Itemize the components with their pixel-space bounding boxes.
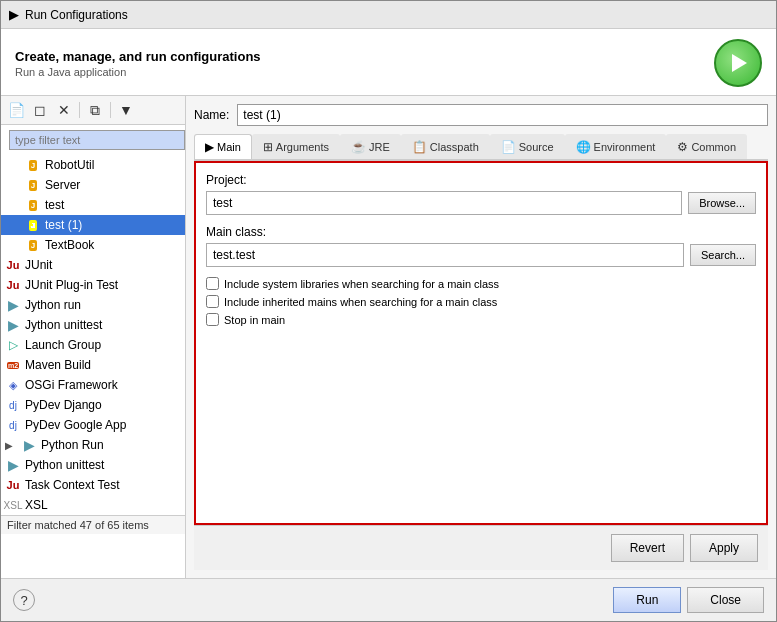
tab-classpath[interactable]: 📋 Classpath	[401, 134, 490, 159]
python-icon: ▶	[21, 437, 37, 453]
tree-item-jython-run[interactable]: ▶ Jython run	[1, 295, 185, 315]
tab-arguments-label: Arguments	[276, 141, 329, 153]
tree-item-server[interactable]: J Server	[1, 175, 185, 195]
tree-item-test1[interactable]: J test (1)	[1, 215, 185, 235]
osgi-icon: ◈	[5, 377, 21, 393]
checkbox-system-libs-input[interactable]	[206, 277, 219, 290]
task-icon: Ju	[5, 477, 21, 493]
bottom-right-buttons: Revert Apply	[611, 534, 758, 562]
tree-item-python-run[interactable]: ▶ ▶ Python Run	[1, 435, 185, 455]
tab-environment[interactable]: 🌐 Environment	[565, 134, 667, 159]
close-button[interactable]: Close	[687, 587, 764, 613]
tab-classpath-label: Classpath	[430, 141, 479, 153]
tree-item-task-context[interactable]: Ju Task Context Test	[1, 475, 185, 495]
tab-jre[interactable]: ☕ JRE	[340, 134, 401, 159]
run-button[interactable]	[714, 39, 762, 87]
tree-item-launch-group[interactable]: ▷ Launch Group	[1, 335, 185, 355]
help-button[interactable]: ?	[13, 589, 35, 611]
run-button-footer[interactable]: Run	[613, 587, 681, 613]
tree-item-label: Server	[45, 178, 80, 192]
environment-tab-icon: 🌐	[576, 140, 591, 154]
tree-item-label: TextBook	[45, 238, 94, 252]
tree-item-label: test	[45, 198, 64, 212]
launch-group-icon: ▷	[5, 337, 21, 353]
tree-item-jython-unittest[interactable]: ▶ Jython unittest	[1, 315, 185, 335]
java-icon: J	[25, 217, 41, 233]
tab-main[interactable]: ▶ Main	[194, 134, 252, 159]
tree-item-label: JUnit	[25, 258, 52, 272]
tree-item-label: Jython unittest	[25, 318, 102, 332]
filter-config-button[interactable]: ▼	[115, 99, 137, 121]
tree-item-robotutil[interactable]: J RobotUtil	[1, 155, 185, 175]
name-input[interactable]	[237, 104, 768, 126]
classpath-tab-icon: 📋	[412, 140, 427, 154]
java-icon: J	[25, 177, 41, 193]
filter-status: Filter matched 47 of 65 items	[1, 515, 185, 534]
window-title: Run Configurations	[25, 8, 128, 22]
main-class-section: Main class: Search...	[206, 225, 756, 267]
main-class-field-row: Search...	[206, 243, 756, 267]
header-area: Create, manage, and run configurations R…	[1, 29, 776, 96]
checkbox-system-libs-label: Include system libraries when searching …	[224, 278, 499, 290]
main-class-label: Main class:	[206, 225, 756, 239]
jython-icon: ▶	[5, 297, 21, 313]
tab-common[interactable]: ⚙ Common	[666, 134, 747, 159]
footer-bar: ? Run Close	[1, 578, 776, 621]
browse-button[interactable]: Browse...	[688, 192, 756, 214]
run-button-icon	[732, 54, 747, 72]
tree-item-test[interactable]: J test	[1, 195, 185, 215]
tab-arguments[interactable]: ⊞ Arguments	[252, 134, 340, 159]
tab-source-label: Source	[519, 141, 554, 153]
tree-item-label: test (1)	[45, 218, 82, 232]
pydev-icon: dj	[5, 397, 21, 413]
tree-item-xsl[interactable]: XSL XSL	[1, 495, 185, 515]
xsl-icon: XSL	[5, 497, 21, 513]
tree-item-textbook[interactable]: J TextBook	[1, 235, 185, 255]
tree-item-label: RobotUtil	[45, 158, 94, 172]
tab-source[interactable]: 📄 Source	[490, 134, 565, 159]
right-panel: Name: ▶ Main ⊞ Arguments ☕ JRE 📋	[186, 96, 776, 578]
new-config-button[interactable]: 📄	[5, 99, 27, 121]
tree-item-pydev-django[interactable]: dj PyDev Django	[1, 395, 185, 415]
jre-tab-icon: ☕	[351, 140, 366, 154]
search-button[interactable]: Search...	[690, 244, 756, 266]
tree-item-maven[interactable]: m2 Maven Build	[1, 355, 185, 375]
main-tab-icon: ▶	[205, 140, 214, 154]
name-label: Name:	[194, 108, 229, 122]
bottom-bar: Revert Apply	[194, 525, 768, 570]
checkbox-system-libs: Include system libraries when searching …	[206, 277, 756, 290]
apply-button[interactable]: Apply	[690, 534, 758, 562]
content-area: 📄 ◻ ✕ ⧉ ▼ J RobotUtil	[1, 96, 776, 578]
tree-item-junit[interactable]: Ju JUnit	[1, 255, 185, 275]
source-tab-icon: 📄	[501, 140, 516, 154]
project-section: Project: Browse...	[206, 173, 756, 215]
revert-button[interactable]: Revert	[611, 534, 684, 562]
junit-plugin-icon: Ju	[5, 277, 21, 293]
main-class-input[interactable]	[206, 243, 684, 267]
tab-environment-label: Environment	[594, 141, 656, 153]
checkbox-stop-in-main-input[interactable]	[206, 313, 219, 326]
tab-main-label: Main	[217, 141, 241, 153]
tree-item-osgi[interactable]: ◈ OSGi Framework	[1, 375, 185, 395]
maven-icon: m2	[5, 357, 21, 373]
checkbox-inherited-mains-input[interactable]	[206, 295, 219, 308]
pydev-google-icon: dj	[5, 417, 21, 433]
tree-item-label: Python Run	[41, 438, 104, 452]
java-icon: J	[25, 237, 41, 253]
footer-right-buttons: Run Close	[613, 587, 764, 613]
project-input[interactable]	[206, 191, 682, 215]
tree-item-junit-plugin[interactable]: Ju JUnit Plug-in Test	[1, 275, 185, 295]
filter-input[interactable]	[9, 130, 185, 150]
main-tab-content: Project: Browse... Main class: Search...	[194, 161, 768, 525]
expand-icon: ▶	[5, 440, 17, 451]
run-configurations-window: ▶ Run Configurations Create, manage, and…	[0, 0, 777, 622]
delete-config-button[interactable]: ✕	[53, 99, 75, 121]
duplicate-config-button[interactable]: ⧉	[84, 99, 106, 121]
tree-item-label: PyDev Google App	[25, 418, 126, 432]
name-row: Name:	[194, 104, 768, 126]
tree-item-pydev-google[interactable]: dj PyDev Google App	[1, 415, 185, 435]
project-field-row: Browse...	[206, 191, 756, 215]
tabs-bar: ▶ Main ⊞ Arguments ☕ JRE 📋 Classpath 📄	[194, 134, 768, 161]
tree-item-python-unittest[interactable]: ▶ Python unittest	[1, 455, 185, 475]
new-config-type-button[interactable]: ◻	[29, 99, 51, 121]
